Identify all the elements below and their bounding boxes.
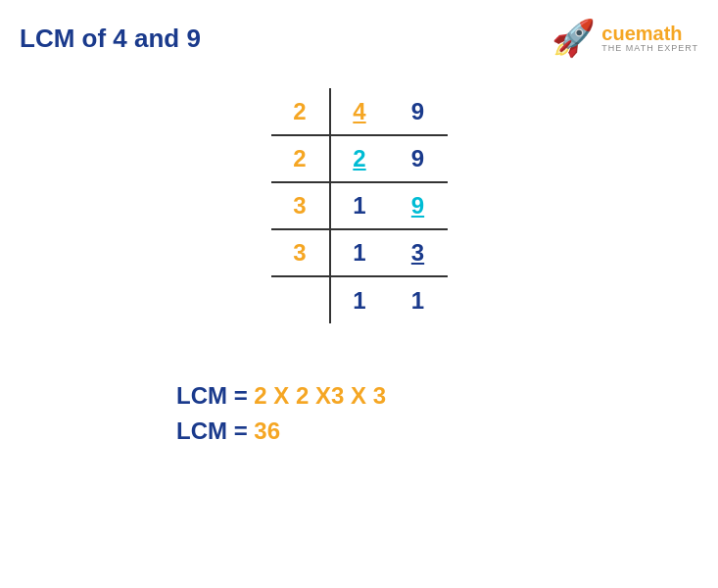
formula-value-2: 36 [254, 417, 280, 444]
brand-name: cuemath [601, 23, 698, 44]
divisor-cell: 2 [271, 135, 330, 182]
num-cell: 1 [330, 229, 389, 276]
table-row: 3 1 3 [271, 229, 448, 276]
brand-suffix: math [636, 23, 683, 44]
table-row: 1 1 [271, 276, 448, 323]
division-table: 2 4 9 2 2 9 3 1 9 3 [271, 88, 448, 323]
num-cell: 9 [389, 88, 448, 135]
formula-prefix-2: LCM = [176, 417, 254, 444]
cuemath-logo: cuemath THE MATH EXPERT [601, 23, 698, 54]
logo-area: 🚀 cuemath THE MATH EXPERT [551, 18, 698, 59]
main-content: 2 4 9 2 2 9 3 1 9 3 [0, 88, 718, 453]
lcm-table: 2 4 9 2 2 9 3 1 9 3 [271, 88, 448, 323]
num-cell: 3 [389, 229, 448, 276]
page-title: LCM of 4 and 9 [20, 24, 201, 54]
page-header: LCM of 4 and 9 🚀 cuemath THE MATH EXPERT [0, 0, 718, 69]
formula-value-1: 2 X 2 X3 X 3 [254, 382, 386, 409]
num-cell: 9 [389, 135, 448, 182]
formula-prefix-1: LCM = [176, 382, 254, 409]
table-row: 2 2 9 [271, 135, 448, 182]
formula-area: LCM = 2 X 2 X3 X 3 LCM = 36 [137, 382, 386, 453]
num-cell: 1 [330, 276, 389, 323]
num-cell: 4 [330, 88, 389, 135]
formula-line-2: LCM = 36 [176, 417, 386, 445]
divisor-cell [271, 276, 330, 323]
table-row: 3 1 9 [271, 182, 448, 229]
num-cell: 1 [389, 276, 448, 323]
divisor-cell: 2 [271, 88, 330, 135]
brand-tagline: THE MATH EXPERT [601, 44, 698, 54]
brand-prefix: cue [601, 23, 635, 44]
num-cell: 1 [330, 182, 389, 229]
table-row: 2 4 9 [271, 88, 448, 135]
rocket-icon: 🚀 [551, 18, 596, 59]
num-cell: 9 [389, 182, 448, 229]
num-cell: 2 [330, 135, 389, 182]
divisor-cell: 3 [271, 229, 330, 276]
formula-line-1: LCM = 2 X 2 X3 X 3 [176, 382, 386, 410]
divisor-cell: 3 [271, 182, 330, 229]
